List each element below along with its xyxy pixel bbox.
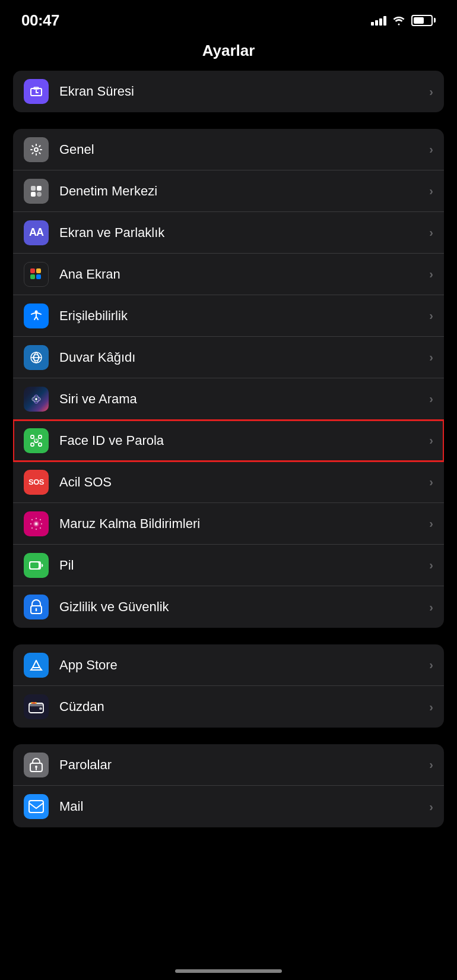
gizlilik-label: Gizlilik ve Güvenlik [59, 599, 429, 615]
row-face-id[interactable]: Face ID ve Parola › [13, 420, 444, 461]
duvar-label: Duvar Kâğıdı [59, 350, 429, 365]
row-erisilebilirlik[interactable]: Erişilebilirlik › [13, 295, 444, 337]
svg-rect-12 [36, 274, 41, 279]
svg-rect-21 [31, 443, 34, 446]
row-ekran-parlaklik[interactable]: AA Ekran ve Parlaklık › [13, 212, 444, 254]
faceid-icon [24, 428, 49, 453]
svg-point-23 [34, 438, 35, 440]
chevron-icon: › [429, 434, 433, 447]
mail-icon [24, 794, 49, 819]
chevron-icon: › [429, 309, 433, 323]
row-siri[interactable]: Siri ve Arama › [13, 378, 444, 420]
mail-label: Mail [59, 799, 429, 814]
svg-rect-42 [39, 707, 42, 710]
wifi-icon [392, 15, 405, 26]
battery-icon [411, 15, 436, 26]
row-parolalar[interactable]: Parolalar › [13, 744, 444, 786]
svg-point-28 [36, 523, 37, 524]
row-genel[interactable]: Genel › [13, 129, 444, 170]
maruz-icon [24, 511, 49, 536]
chevron-icon: › [429, 184, 433, 198]
face-id-label: Face ID ve Parola [59, 433, 429, 448]
erisilebilirlik-label: Erişilebilirlik [59, 308, 429, 324]
row-gizlilik[interactable]: Gizlilik ve Güvenlik › [13, 586, 444, 628]
chevron-icon: › [429, 85, 433, 99]
acil-sos-label: Acil SOS [59, 475, 429, 490]
pil-icon [24, 553, 49, 578]
row-ekran-suresi[interactable]: Ekran Süresi › [13, 71, 444, 112]
denetim-icon [24, 179, 49, 204]
appstore-label: App Store [59, 657, 429, 673]
siri-icon [24, 387, 49, 412]
ana-ekran-icon [24, 262, 49, 287]
chevron-icon: › [429, 267, 433, 281]
genel-icon [24, 137, 49, 162]
appstore-icon [24, 653, 49, 678]
gizlilik-icon [24, 595, 49, 619]
svg-rect-38 [30, 562, 39, 568]
row-duvar-kagidi[interactable]: Duvar Kâğıdı › [13, 337, 444, 378]
svg-rect-6 [37, 186, 42, 191]
section-screentime: Ekran Süresi › [13, 71, 444, 112]
svg-point-32 [40, 527, 41, 528]
svg-point-31 [31, 527, 33, 528]
section-passwords: Parolalar › Mail › [13, 744, 444, 827]
siri-label: Siri ve Arama [59, 391, 429, 407]
genel-label: Genel [59, 142, 429, 157]
row-cuzdan[interactable]: Cüzdan › [13, 686, 444, 728]
ekran-icon: AA [24, 220, 49, 245]
screentime-icon [24, 79, 49, 104]
signal-icon [371, 15, 386, 26]
row-maruz-kalma[interactable]: Maruz Kalma Bildirimleri › [13, 503, 444, 545]
chevron-icon: › [429, 226, 433, 239]
status-time: 00:47 [21, 11, 59, 30]
chevron-icon: › [429, 143, 433, 156]
svg-point-18 [35, 398, 37, 400]
svg-point-4 [34, 148, 38, 151]
svg-rect-7 [31, 192, 36, 197]
ekran-label: Ekran ve Parlaklık [59, 225, 429, 241]
svg-rect-5 [31, 186, 36, 191]
row-denetim-merkezi[interactable]: Denetim Merkezi › [13, 170, 444, 212]
acil-sos-icon: SOS [24, 470, 49, 495]
chevron-icon: › [429, 700, 433, 714]
page-title: Ayarlar [0, 36, 457, 71]
svg-rect-11 [30, 274, 35, 279]
chevron-icon: › [429, 600, 433, 614]
svg-rect-10 [36, 268, 41, 273]
row-ana-ekran[interactable]: Ana Ekran › [13, 254, 444, 295]
parolalar-label: Parolalar [59, 757, 429, 773]
home-indicator [175, 969, 282, 973]
svg-rect-48 [29, 801, 43, 813]
svg-rect-22 [39, 443, 42, 446]
svg-rect-9 [30, 268, 35, 273]
svg-point-24 [37, 438, 39, 440]
svg-rect-44 [32, 702, 36, 704]
cuzdan-label: Cüzdan [59, 699, 429, 715]
duvar-icon [24, 345, 49, 370]
ekran-suresi-label: Ekran Süresi [59, 84, 429, 99]
row-pil[interactable]: Pil › [13, 545, 444, 586]
row-app-store[interactable]: App Store › [13, 644, 444, 686]
svg-point-8 [37, 192, 42, 197]
svg-rect-19 [31, 435, 34, 438]
chevron-icon: › [429, 758, 433, 772]
svg-point-29 [31, 519, 33, 520]
settings-list: Ekran Süresi › Genel › [0, 71, 457, 827]
status-icons [371, 15, 436, 26]
pil-label: Pil [59, 558, 429, 573]
section-appstore: App Store › Cüzdan › [13, 644, 444, 728]
svg-point-34 [36, 528, 37, 529]
svg-point-35 [30, 523, 31, 524]
maruz-label: Maruz Kalma Bildirimleri [59, 516, 429, 532]
chevron-icon: › [429, 475, 433, 489]
section-general: Genel › Denetim Merkezi › AA Ekran ve Pa… [13, 129, 444, 628]
row-acil-sos[interactable]: SOS Acil SOS › [13, 461, 444, 503]
cuzdan-icon [24, 694, 49, 719]
ana-ekran-label: Ana Ekran [59, 267, 429, 282]
svg-rect-20 [39, 435, 42, 438]
chevron-icon: › [429, 350, 433, 364]
status-bar: 00:47 [0, 0, 457, 36]
svg-point-30 [40, 519, 41, 520]
row-mail[interactable]: Mail › [13, 786, 444, 827]
